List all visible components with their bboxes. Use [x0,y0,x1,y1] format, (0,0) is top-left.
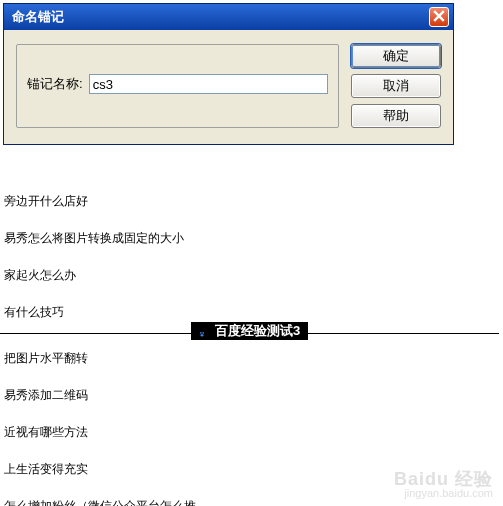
anchor-name-label: 锚记名称: [27,75,83,93]
center-watermark: 百度经验测试3 [0,322,499,340]
close-icon [433,10,445,25]
dialog-titlebar[interactable]: 命名锚记 [4,4,453,30]
dialog-body: 锚记名称: 确定 取消 帮助 [4,30,453,144]
list-item[interactable]: 怎么增加粉丝（微信公众平台怎么推... [0,488,499,506]
list-item[interactable]: 旁边开什么店好 [0,183,499,220]
cancel-button[interactable]: 取消 [351,74,441,98]
close-button[interactable] [429,7,449,27]
svg-point-1 [202,331,204,333]
form-group: 锚记名称: [16,44,339,128]
center-watermark-text: 百度经验测试3 [211,322,304,340]
background-list: 旁边开什么店好 易秀怎么将图片转换成固定的大小 家起火怎么办 有什么技巧 百度经… [0,183,503,506]
svg-point-0 [200,331,202,333]
dialog-title: 命名锚记 [12,8,64,26]
paw-icon [195,325,209,339]
svg-point-2 [200,334,203,336]
list-item[interactable]: 上生活变得充实 [0,451,499,488]
help-button[interactable]: 帮助 [351,104,441,128]
ok-button[interactable]: 确定 [351,44,441,68]
button-column: 确定 取消 帮助 [351,44,441,128]
list-item[interactable]: 易秀添加二维码 [0,377,499,414]
list-item[interactable]: 近视有哪些方法 [0,414,499,451]
anchor-name-input[interactable] [89,74,328,94]
list-item[interactable]: 把图片水平翻转 [0,340,499,377]
list-item[interactable]: 家起火怎么办 [0,257,499,294]
list-item[interactable]: 易秀怎么将图片转换成固定的大小 [0,220,499,257]
anchor-name-dialog: 命名锚记 锚记名称: 确定 取消 帮助 [3,3,454,145]
